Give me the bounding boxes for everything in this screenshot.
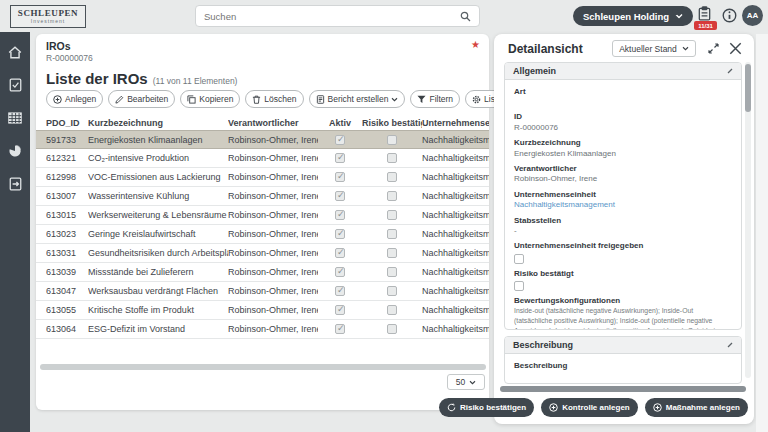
panel-horizontal-scrollbar[interactable]: [500, 386, 746, 392]
col-aktiv[interactable]: Aktiv: [318, 118, 362, 128]
section-allgemein-header[interactable]: Allgemein: [505, 63, 741, 80]
field-value: Inside-out (tatsächliche negative Auswir…: [514, 306, 732, 330]
clipboard-icon[interactable]: [698, 6, 711, 21]
favorite-icon[interactable]: ★: [471, 40, 480, 50]
cell-unternehmenseinheit: Nachhaltigkeitsmanagement: [422, 153, 489, 163]
panel-vertical-scrollbar[interactable]: [745, 64, 751, 112]
aktiv-checkbox: [335, 248, 345, 258]
cell-unternehmenseinheit: Nachhaltigkeitsmanagement: [422, 135, 489, 145]
cell-risiko: [362, 153, 422, 163]
chevron-down-icon: [469, 380, 476, 385]
table-row[interactable]: 613007 Wasserintensive Kühlung Robinson-…: [36, 187, 489, 206]
detail-field: KurzbezeichnungEnergiekosten Klimaanlage…: [514, 138, 732, 159]
table-row[interactable]: 613047 Werksausbau verdrängt Flächen Rob…: [36, 282, 489, 301]
iro-table: PDO_ID Kurzbezeichnung Verantwortlicher …: [36, 116, 489, 339]
cell-verantwortlicher: Robinson-Ohmer, Irene: [228, 153, 318, 163]
logo-title: SCHLEUPEN: [18, 9, 78, 18]
cell-kurzbezeichnung: Geringe Kreislaufwirtschaft: [88, 229, 228, 239]
col-kurzbezeichnung[interactable]: Kurzbezeichnung: [88, 118, 228, 128]
table-row[interactable]: 591733 Energiekosten Klimaanlagen Robins…: [36, 130, 489, 149]
iro-list-card: IROs R-00000076 ★ Liste der IROs (11 von…: [36, 34, 489, 410]
detail-actions: Risiko bestätigen Kontrolle anlegen Maßn…: [498, 398, 748, 417]
plus-circle-icon: [53, 95, 62, 104]
user-icon[interactable]: [668, 8, 683, 23]
report-icon[interactable]: [7, 176, 23, 192]
table-row[interactable]: 613039 Missstände bei Zulieferern Robins…: [36, 263, 489, 282]
field-checkbox[interactable]: [514, 281, 524, 291]
col-verantwortlicher[interactable]: Verantwortlicher: [228, 118, 318, 128]
search-input[interactable]: [196, 11, 460, 22]
cell-aktiv: [318, 305, 362, 315]
tasks-icon[interactable]: [7, 77, 23, 93]
create-control-button[interactable]: Kontrolle anlegen: [541, 398, 638, 417]
edit-button[interactable]: Bearbeiten: [108, 90, 175, 108]
field-value: -: [514, 226, 732, 236]
chevron-down-icon: [391, 97, 398, 102]
expand-icon[interactable]: [708, 43, 719, 54]
aktiv-checkbox: [335, 153, 345, 163]
risiko-checkbox: [387, 229, 397, 239]
aktiv-checkbox: [335, 324, 345, 334]
table-row[interactable]: 613031 Gesundheitsrisiken durch Arbeitsp…: [36, 244, 489, 263]
field-checkbox[interactable]: [514, 254, 524, 264]
field-value: Robinson-Ohmer, Irene: [514, 174, 732, 184]
copy-button[interactable]: Kopieren: [180, 90, 240, 108]
cell-verantwortlicher: Robinson-Ohmer, Irene: [228, 324, 318, 334]
detail-panel: Detailansicht Aktueller Stand Allgemein …: [494, 34, 754, 424]
report-button[interactable]: Bericht erstellen: [309, 90, 406, 108]
cell-pdo-id: 613064: [46, 324, 88, 334]
filter-button[interactable]: Filtern: [410, 90, 460, 108]
page-scrollbar-track[interactable]: [756, 34, 768, 432]
delete-button[interactable]: Löschen: [245, 90, 303, 108]
global-search[interactable]: [195, 5, 480, 27]
cell-risiko: [362, 324, 422, 334]
col-unternehmenseinheit[interactable]: Unternehmenseinheit: [422, 118, 489, 128]
home-icon[interactable]: [7, 44, 23, 60]
table-row[interactable]: 613023 Geringe Kreislaufwirtschaft Robin…: [36, 225, 489, 244]
table-horizontal-scrollbar[interactable]: [40, 364, 486, 370]
cell-unternehmenseinheit: Nachhaltigkeitsmanagement: [422, 210, 489, 220]
cell-risiko: [362, 191, 422, 201]
cell-verantwortlicher: Robinson-Ohmer, Irene: [228, 305, 318, 315]
collapse-icon[interactable]: [727, 342, 733, 348]
unit-link[interactable]: Nachhaltigkeitsmanagement: [514, 200, 732, 210]
pie-chart-icon[interactable]: [7, 143, 23, 159]
risiko-checkbox: [387, 135, 397, 145]
cell-unternehmenseinheit: Nachhaltigkeitsmanagement: [422, 267, 489, 277]
button-label: Kopieren: [199, 94, 233, 104]
table-row[interactable]: 613064 ESG-Defizit im Vorstand Robinson-…: [36, 320, 489, 339]
aktiv-checkbox: [335, 267, 345, 277]
breadcrumb-id: R-00000076: [46, 53, 93, 63]
cell-risiko: [362, 248, 422, 258]
chevron-down-icon: [682, 46, 689, 51]
col-risiko-bestaetigt[interactable]: Risiko bestätigt: [362, 118, 422, 128]
section-beschreibung-header[interactable]: Beschreibung: [505, 337, 741, 354]
table-row[interactable]: 612998 VOC-Emissionen aus Lackierung Rob…: [36, 168, 489, 187]
cell-pdo-id: 613039: [46, 267, 88, 277]
avatar[interactable]: AA: [742, 5, 763, 26]
info-icon[interactable]: [722, 8, 737, 23]
table-row[interactable]: 613015 Werkserweiterung & Lebensräume Ro…: [36, 206, 489, 225]
create-button[interactable]: Anlegen: [46, 90, 103, 108]
breadcrumb: IROs: [46, 40, 71, 52]
table-row[interactable]: 613055 Kritische Stoffe im Produkt Robin…: [36, 301, 489, 320]
copy-icon: [187, 95, 196, 104]
col-pdo-id[interactable]: PDO_ID: [46, 118, 88, 128]
button-label: Kontrolle anlegen: [562, 403, 630, 412]
search-icon[interactable]: [460, 11, 471, 22]
cell-kurzbezeichnung: Kritische Stoffe im Produkt: [88, 305, 228, 315]
page-size-select[interactable]: 50: [447, 374, 485, 390]
cell-unternehmenseinheit: Nachhaltigkeitsmanagement: [422, 305, 489, 315]
version-dropdown[interactable]: Aktueller Stand: [612, 40, 696, 57]
close-icon[interactable]: [729, 42, 742, 55]
confirm-risk-button[interactable]: Risiko bestätigen: [439, 398, 534, 417]
table-row[interactable]: 612321 CO₂-intensive Produktion Robinson…: [36, 149, 489, 168]
table-icon[interactable]: [7, 110, 23, 126]
field-value: Energiekosten Klimaanlagen: [514, 149, 732, 159]
cell-aktiv: [318, 286, 362, 296]
cell-risiko: [362, 267, 422, 277]
table-header: PDO_ID Kurzbezeichnung Verantwortlicher …: [36, 116, 489, 130]
collapse-icon[interactable]: [727, 68, 733, 74]
cell-unternehmenseinheit: Nachhaltigkeitsmanagement: [422, 324, 489, 334]
create-measure-button[interactable]: Maßnahme anlegen: [645, 398, 748, 417]
